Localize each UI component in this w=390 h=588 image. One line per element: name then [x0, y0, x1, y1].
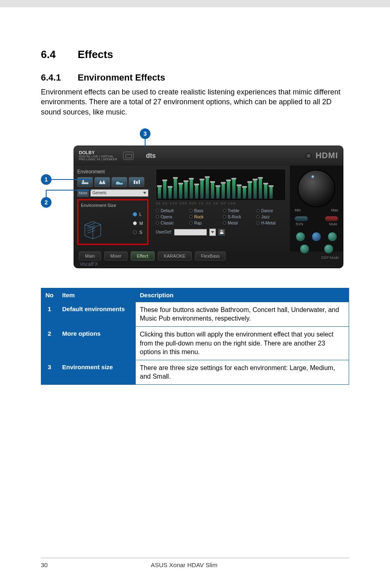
environment-default-buttons — [77, 177, 148, 187]
eq-band[interactable] — [200, 180, 204, 199]
mode-orb-1[interactable] — [296, 232, 305, 242]
section-title: Effects — [78, 48, 113, 61]
tab-main[interactable]: Main — [79, 251, 101, 260]
eq-band[interactable] — [211, 182, 214, 199]
eq-band[interactable] — [264, 184, 267, 199]
svg-rect-3 — [136, 181, 138, 184]
env-btn-music-pub[interactable] — [129, 177, 144, 187]
size-option-label: S — [139, 230, 142, 235]
size-option-medium[interactable]: M — [133, 221, 143, 226]
eq-band[interactable] — [269, 186, 273, 199]
preset-label: Jazz — [261, 215, 270, 219]
equalizer-axis: 30 60 120 250 500 1K 2K 4K 8K 16K — [156, 202, 286, 205]
eq-band[interactable] — [238, 186, 241, 199]
eq-band[interactable] — [259, 178, 262, 199]
radio-icon — [133, 212, 137, 216]
eq-band[interactable] — [190, 179, 193, 199]
radio-icon — [189, 215, 193, 218]
dolby-sub2: PRO LOGIC IIx | SPEAKER — [79, 158, 117, 161]
radio-icon — [223, 209, 226, 212]
eq-band[interactable] — [168, 187, 172, 199]
subsection-title: Environment Effects — [78, 72, 165, 83]
mode-orb-4[interactable] — [300, 244, 309, 254]
eq-band[interactable] — [158, 186, 161, 199]
size-option-label: M — [139, 221, 143, 226]
eq-band[interactable] — [174, 178, 177, 199]
radio-icon — [256, 209, 260, 212]
equalizer[interactable] — [156, 169, 286, 201]
eq-preset[interactable]: H-Metal — [256, 221, 286, 225]
settings-orb-icon[interactable] — [306, 153, 312, 159]
eq-preset[interactable]: Dance — [256, 209, 286, 213]
radio-icon — [256, 221, 260, 224]
eq-preset[interactable]: Rap — [189, 221, 219, 225]
env-btn-bathroom[interactable] — [77, 177, 93, 187]
eq-preset[interactable]: Classic — [156, 221, 185, 225]
environment-size-panel: Environment Size L M S — [77, 199, 148, 245]
preset-label: Dance — [261, 209, 273, 213]
size-option-small[interactable]: S — [133, 230, 143, 235]
environment-size-cube-icon — [82, 217, 105, 240]
eq-band[interactable] — [195, 185, 198, 199]
eq-band[interactable] — [206, 177, 209, 199]
userdef-label: UserDef: — [156, 230, 172, 234]
volume-knob[interactable] — [298, 170, 335, 207]
preset-label: Rock — [194, 215, 204, 219]
size-option-large[interactable]: L — [133, 212, 143, 217]
radio-icon — [223, 215, 226, 218]
eq-band[interactable] — [222, 183, 225, 199]
userdef-save-button[interactable]: 💾 — [218, 229, 225, 236]
intro-paragraph: Environment effects can be used to creat… — [41, 87, 349, 117]
dsp-mode-label: DSP Mode — [292, 256, 341, 260]
eq-preset[interactable]: Metal — [223, 221, 252, 225]
userdef-input[interactable] — [174, 229, 207, 236]
eq-preset[interactable]: Bass — [189, 209, 219, 213]
env-btn-underwater[interactable] — [112, 177, 127, 187]
eq-band[interactable] — [248, 182, 251, 199]
mode-orb-3[interactable] — [327, 232, 337, 242]
eq-band[interactable] — [163, 181, 166, 199]
eq-band[interactable] — [179, 184, 182, 199]
callout-2-line-v — [46, 191, 47, 197]
mode-orb-2[interactable] — [312, 232, 321, 242]
svn-button[interactable] — [295, 216, 308, 221]
table-row: 3Environment sizeThere are three size se… — [41, 360, 349, 384]
cell-item: Default environments — [58, 302, 136, 326]
eq-band[interactable] — [253, 180, 257, 199]
svg-rect-2 — [134, 180, 135, 184]
userdef-dropdown[interactable] — [209, 229, 216, 236]
environment-select[interactable]: Generic — [90, 189, 148, 197]
left-pane: Environment More Generic — [74, 166, 152, 251]
tab-effect[interactable]: Effect — [131, 251, 155, 260]
eq-preset[interactable]: S-Rock — [223, 215, 252, 219]
app-titlebar: DOLBY DIGITAL LIVE | VIRTUAL PRO LOGIC I… — [74, 146, 343, 166]
eq-preset[interactable]: Jazz — [256, 215, 286, 219]
eq-preset[interactable]: Opera — [156, 215, 185, 219]
dolby-badge-icon — [123, 152, 134, 160]
eq-preset[interactable]: Default — [156, 209, 185, 213]
app-tabs: MainMixerEffectKARAOKEFlexBass VocalFX — [74, 251, 343, 268]
eq-band[interactable] — [216, 186, 220, 199]
callout-2-line-h — [46, 190, 92, 191]
eq-band[interactable] — [243, 187, 246, 199]
tab-flexbass[interactable]: FlexBass — [195, 251, 226, 260]
eq-preset[interactable]: Rock — [189, 215, 219, 219]
eq-band[interactable] — [227, 181, 230, 199]
cell-no: 3 — [41, 360, 58, 384]
tab-mixer[interactable]: Mixer — [104, 251, 128, 260]
eq-band[interactable] — [232, 179, 235, 199]
env-btn-concert-hall[interactable] — [94, 177, 110, 187]
eq-band[interactable] — [184, 182, 188, 199]
chevron-down-icon — [143, 192, 146, 194]
tab-karaoke[interactable]: KARAOKE — [158, 251, 192, 260]
dolby-sub1: DIGITAL LIVE | VIRTUAL — [79, 155, 117, 158]
callout-1-line — [52, 179, 92, 180]
mode-orb-5[interactable] — [324, 244, 334, 254]
cell-desc: There are three size settings for each e… — [136, 360, 349, 384]
mute-button[interactable] — [325, 216, 338, 221]
preset-label: Metal — [228, 221, 238, 225]
section-number: 6.4 — [41, 48, 78, 61]
vocalfx-label: VocalFX — [80, 261, 226, 267]
preset-label: H-Metal — [261, 221, 276, 225]
eq-preset[interactable]: Treble — [223, 209, 252, 213]
